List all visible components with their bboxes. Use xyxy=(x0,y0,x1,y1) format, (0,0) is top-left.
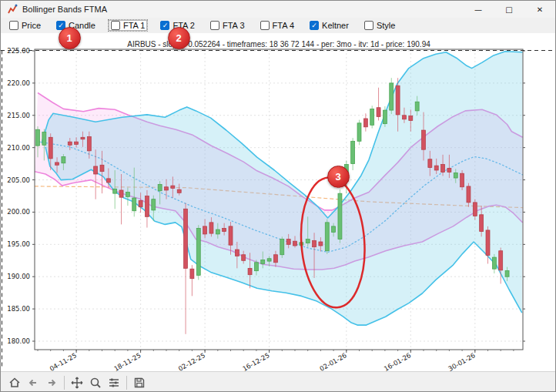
checkbox-box[interactable] xyxy=(260,21,270,30)
svg-text:18-11-25: 18-11-25 xyxy=(112,351,142,371)
svg-text:190.00: 190.00 xyxy=(7,273,30,280)
title-bar: Bollinger Bands FTMA — □ ✕ xyxy=(1,1,555,18)
checkbox-label: FTA 4 xyxy=(273,21,295,30)
forward-button[interactable] xyxy=(42,374,61,391)
home-button[interactable] xyxy=(5,374,24,391)
checkbox-fta-3[interactable]: FTA 3 xyxy=(208,20,247,31)
configure-subplots-button[interactable] xyxy=(105,374,123,391)
checkbox-label: Keltner xyxy=(322,21,349,30)
svg-text:195.00: 195.00 xyxy=(7,240,30,248)
matplotlib-toolbar xyxy=(1,371,555,392)
checkbox-fta-4[interactable]: FTA 4 xyxy=(258,20,297,31)
svg-text:16-01-26: 16-01-26 xyxy=(383,351,412,371)
checkbox-label: Price xyxy=(22,21,41,30)
checkbox-label: FTA 1 xyxy=(123,21,146,30)
close-button[interactable]: ✕ xyxy=(524,1,555,18)
pan-icon xyxy=(70,376,84,390)
svg-text:04-11-25: 04-11-25 xyxy=(49,351,78,371)
save-button[interactable] xyxy=(130,374,149,391)
home-icon xyxy=(8,376,22,390)
forward-icon xyxy=(45,376,59,390)
checkbox-toolbar: PriceCandleFTA 1FTA 2FTA 3FTA 4KeltnerSt… xyxy=(1,18,555,33)
back-button[interactable] xyxy=(24,374,42,391)
window-title: Bollinger Bands FTMA xyxy=(22,5,107,14)
checkbox-box[interactable] xyxy=(160,21,169,30)
svg-text:220.00: 220.00 xyxy=(7,79,30,87)
checkbox-box[interactable] xyxy=(210,21,219,30)
price-chart: 225.00220.00215.00210.00205.00200.00195.… xyxy=(1,33,556,371)
chart-title: AIRBUS - slope: -0.052264 - timeframes: … xyxy=(1,40,556,49)
minimize-button[interactable]: — xyxy=(463,1,494,18)
checkbox-box[interactable] xyxy=(111,21,120,30)
svg-text:205.00: 205.00 xyxy=(7,176,30,184)
checkbox-style[interactable]: Style xyxy=(362,20,397,31)
checkbox-keltner[interactable]: Keltner xyxy=(307,20,351,31)
svg-text:02-12-25: 02-12-25 xyxy=(177,351,206,371)
checkbox-fta-1[interactable]: FTA 1 xyxy=(109,20,148,31)
configure-subplots-icon xyxy=(107,376,121,390)
app-window: Bollinger Bands FTMA — □ ✕ PriceCandleFT… xyxy=(0,0,556,392)
toolbar-separator xyxy=(64,376,65,390)
svg-text:30-01-26: 30-01-26 xyxy=(447,351,476,371)
svg-text:180.00: 180.00 xyxy=(7,337,30,345)
svg-text:185.00: 185.00 xyxy=(7,305,30,313)
svg-text:16-12-25: 16-12-25 xyxy=(241,351,270,371)
svg-text:210.00: 210.00 xyxy=(7,144,30,152)
checkbox-box[interactable] xyxy=(9,21,18,30)
checkbox-box[interactable] xyxy=(364,21,373,30)
checkbox-label: FTA 3 xyxy=(223,21,245,30)
annotation-badge-1: 1 xyxy=(59,27,81,49)
back-icon xyxy=(26,376,40,390)
zoom-to-rect-button[interactable] xyxy=(86,374,105,391)
save-icon xyxy=(132,376,146,390)
toolbar-separator xyxy=(126,376,127,390)
checkbox-price[interactable]: Price xyxy=(7,20,43,31)
zoom-to-rect-icon xyxy=(89,376,102,390)
svg-text:02-01-26: 02-01-26 xyxy=(318,351,347,371)
maximize-button[interactable]: □ xyxy=(494,1,524,18)
window-icon xyxy=(7,4,18,15)
checkbox-label: Style xyxy=(377,21,395,30)
svg-text:215.00: 215.00 xyxy=(7,112,30,119)
figure-canvas[interactable]: AIRBUS - slope: -0.052264 - timeframes: … xyxy=(1,33,556,371)
checkbox-box[interactable] xyxy=(310,21,319,30)
annotation-badge-2: 2 xyxy=(168,27,190,49)
annotation-badge-3: 3 xyxy=(327,166,350,188)
svg-text:200.00: 200.00 xyxy=(7,208,30,216)
pan-button[interactable] xyxy=(68,374,86,391)
